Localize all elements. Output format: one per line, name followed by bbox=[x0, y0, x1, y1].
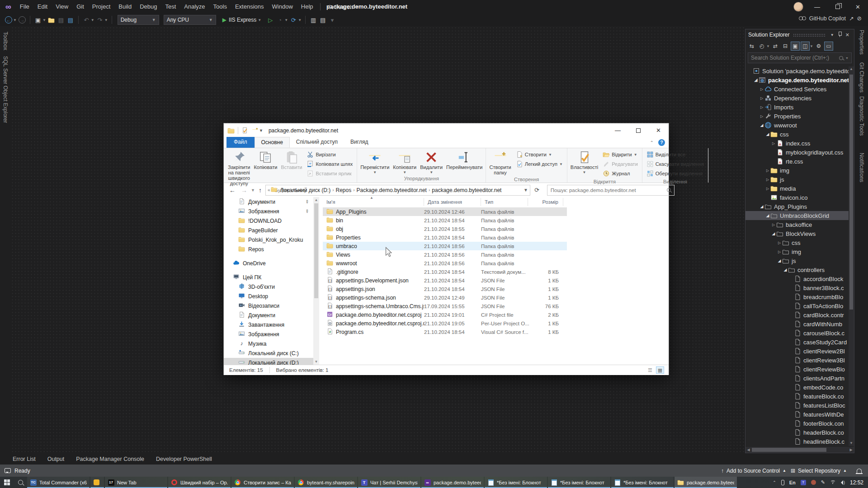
file-row[interactable]: umbraco21.10.2024 18:56Папка файлів bbox=[323, 242, 567, 250]
ribbon-button-cut[interactable]: Вирізати bbox=[305, 150, 354, 159]
solution-platforms-dropdown[interactable]: Any CPU▼ bbox=[164, 15, 216, 25]
taskbar-item[interactable]: *Без імені: Блокнот bbox=[548, 477, 610, 488]
vs-restore-button[interactable] bbox=[827, 0, 848, 14]
sidebar-item-desktop[interactable]: Desktop bbox=[224, 291, 313, 301]
ribbon-collapse-icon[interactable]: ⌃ bbox=[650, 140, 654, 145]
scrollbar-thumb[interactable] bbox=[849, 75, 853, 310]
menu-item-view[interactable]: View bbox=[52, 0, 72, 14]
column-header-1[interactable]: Дата змінення bbox=[424, 198, 481, 206]
collapse-all-button[interactable]: ⊟ bbox=[781, 42, 790, 51]
file-row[interactable]: .gitignore21.10.2024 18:54Текстовий доку… bbox=[323, 267, 567, 276]
start-without-debugging-button[interactable]: ▷ bbox=[266, 15, 274, 24]
restart-button[interactable]: ⟳ bbox=[289, 15, 297, 24]
tree-item[interactable]: Amyblockgridlayout.css bbox=[745, 148, 849, 157]
collapse-arrow-icon[interactable]: ▷ bbox=[777, 241, 782, 245]
scroll-right-icon[interactable]: ▶ bbox=[848, 447, 854, 453]
copilot-open-icon[interactable]: ↗ bbox=[849, 15, 854, 22]
tree-item[interactable]: ▷Dependencies bbox=[745, 94, 849, 103]
taskbar-item[interactable]: package.demo.byteed... bbox=[675, 477, 737, 488]
tree-item[interactable]: ▷Imports bbox=[745, 103, 849, 112]
breadcrumb-item[interactable]: Локальний диск (D:) bbox=[278, 187, 332, 193]
panel-drag-grip[interactable] bbox=[793, 33, 825, 37]
tree-item[interactable]: breadcrumbBlo bbox=[745, 292, 849, 301]
live-share-button[interactable]: ▥ bbox=[309, 15, 317, 24]
tree-item[interactable]: callToActionBlo bbox=[745, 301, 849, 310]
menu-item-extensions[interactable]: Extensions bbox=[231, 0, 268, 14]
close-icon[interactable]: ✕ bbox=[844, 32, 851, 38]
tray-pen-icon[interactable]: ✎ bbox=[821, 479, 825, 485]
tree-item[interactable]: ◢css bbox=[745, 130, 849, 139]
ribbon-button-paste-shortcut[interactable]: Вставити ярлик bbox=[305, 169, 354, 178]
taskbar-item[interactable]: Швидкий набір – Op... bbox=[168, 477, 231, 488]
tree-item[interactable]: headlineBlock.c bbox=[745, 437, 849, 446]
tab-вигляд[interactable]: Вигляд bbox=[344, 137, 374, 148]
tree-item[interactable]: featureBlock.co bbox=[745, 392, 849, 401]
scrollbar-thumb[interactable] bbox=[314, 203, 318, 298]
taskbar-item[interactable]: ∞package.demo.byteed... bbox=[421, 477, 484, 488]
taskbar-item[interactable]: TЧат | Serhii Demchysh... bbox=[358, 477, 420, 488]
file-row[interactable]: wwwroot21.10.2024 18:56Папка файлів bbox=[323, 259, 567, 267]
ribbon-button-invert-selection[interactable]: Обернути виділення bbox=[645, 169, 706, 178]
file-row[interactable]: Views21.10.2024 18:56Папка файлів bbox=[323, 250, 567, 259]
tree-item[interactable]: ▷Connected Services bbox=[745, 84, 849, 94]
tab-основне[interactable]: Основне bbox=[255, 137, 290, 148]
collapse-arrow-icon[interactable]: ▷ bbox=[765, 178, 770, 182]
column-header-2[interactable]: Тип bbox=[481, 198, 528, 206]
vs-right-tab-notifications[interactable]: Notifications bbox=[859, 153, 865, 182]
explorer-search-input[interactable]: Пошук: package.demo.byteeditor.net bbox=[547, 185, 675, 196]
scroll-down-icon[interactable]: ▼ bbox=[313, 359, 319, 365]
ribbon-button-copy-to[interactable]: path d="M1 4.1c0-.5.4-.9.9-.9h4l1.3 1.6h… bbox=[391, 150, 418, 175]
collapse-arrow-icon[interactable]: ▷ bbox=[771, 223, 776, 227]
menu-item-window[interactable]: Window bbox=[268, 0, 297, 14]
panel-options-icon[interactable]: ▼ bbox=[829, 33, 836, 37]
breadcrumb-item[interactable]: Repos bbox=[334, 187, 353, 193]
tree-item[interactable]: clientReviewBlo bbox=[745, 365, 849, 374]
solution-explorer-search-input[interactable]: Search Solution Explorer (Ctrl+;) ▼ bbox=[748, 52, 852, 63]
track-active-item-button[interactable]: ◫ bbox=[801, 42, 810, 51]
vs-bottom-tab-developer-powershell[interactable]: Developer PowerShell bbox=[156, 456, 212, 462]
menu-item-edit[interactable]: Edit bbox=[33, 0, 52, 14]
vs-bottom-tab-output[interactable]: Output bbox=[47, 456, 65, 462]
vs-minimize-button[interactable]: — bbox=[807, 0, 827, 14]
tree-item[interactable]: favicon.ico bbox=[745, 193, 849, 202]
ribbon-button-properties-check[interactable]: Властивості▼ bbox=[569, 150, 600, 178]
ribbon-button-rename[interactable]: Перейменувати bbox=[444, 150, 484, 175]
collapse-arrow-icon[interactable]: ▷ bbox=[765, 187, 770, 191]
taskbar-item[interactable]: byteant-my.sharepoin... bbox=[295, 477, 357, 488]
collapse-arrow-icon[interactable]: ▷ bbox=[759, 96, 764, 100]
back-button[interactable]: ← bbox=[5, 15, 13, 24]
ribbon-button-select-all[interactable]: Виділити все bbox=[645, 150, 706, 159]
expand-arrow-icon[interactable]: ◢ bbox=[771, 231, 776, 236]
scroll-down-icon[interactable]: ▼ bbox=[849, 441, 854, 446]
menu-item-git[interactable]: Git bbox=[72, 0, 88, 14]
menu-item-project[interactable]: Project bbox=[88, 0, 114, 14]
help-icon[interactable]: ? bbox=[658, 139, 665, 146]
breadcrumb-item[interactable]: package.demo.byteeditor.net bbox=[430, 187, 503, 193]
explorer-close-button[interactable]: ✕ bbox=[648, 123, 669, 137]
new-project-button[interactable]: ▣ bbox=[34, 15, 42, 24]
user-avatar[interactable] bbox=[793, 2, 803, 12]
sidebar-item-локальний-диск-c-[interactable]: Локальний диск (C:) bbox=[224, 348, 313, 358]
scroll-up-icon[interactable]: ▲ bbox=[313, 197, 319, 203]
vs-left-tab-toolbox[interactable]: Toolbox bbox=[2, 32, 9, 50]
collapse-arrow-icon[interactable]: ▷ bbox=[771, 141, 776, 145]
sidebar-item-цей-пк[interactable]: Цей ПК bbox=[224, 272, 313, 282]
github-copilot-badge[interactable]: GitHub Copilot ↗ ⊘ bbox=[799, 15, 862, 22]
sidebar-item-onedrive[interactable]: OneDrive bbox=[224, 258, 313, 268]
tab-спільний-доступ[interactable]: Спільний доступ bbox=[290, 137, 344, 148]
switch-views-button[interactable]: ⇆ bbox=[747, 42, 756, 51]
expand-arrow-icon[interactable]: ◢ bbox=[759, 204, 764, 209]
properties-button[interactable]: ⚙ bbox=[814, 42, 823, 51]
preview-selected-items-button[interactable]: ▭ bbox=[824, 42, 833, 51]
expand-arrow-icon[interactable]: ◢ bbox=[765, 213, 770, 218]
expand-arrow-icon[interactable]: ◢ bbox=[783, 267, 788, 272]
forward-button[interactable]: → bbox=[18, 15, 26, 24]
sidebar-item-зображення[interactable]: Зображення✎ bbox=[224, 206, 313, 216]
save-all-button[interactable]: ▤ bbox=[66, 15, 75, 24]
vs-right-tab-diagnostic-tools[interactable]: Diagnostic Tools bbox=[859, 96, 865, 136]
sidebar-item-локальний-диск-d-[interactable]: Локальний диск (D:) bbox=[224, 358, 313, 365]
pending-changes-filter-button[interactable]: ◴ bbox=[757, 42, 766, 51]
file-row[interactable]: C#package.demo.byteeditor.net.csproj21.1… bbox=[323, 310, 567, 319]
tray-volume-icon[interactable]: ) bbox=[841, 480, 845, 485]
forward-button[interactable]: → bbox=[239, 187, 249, 194]
